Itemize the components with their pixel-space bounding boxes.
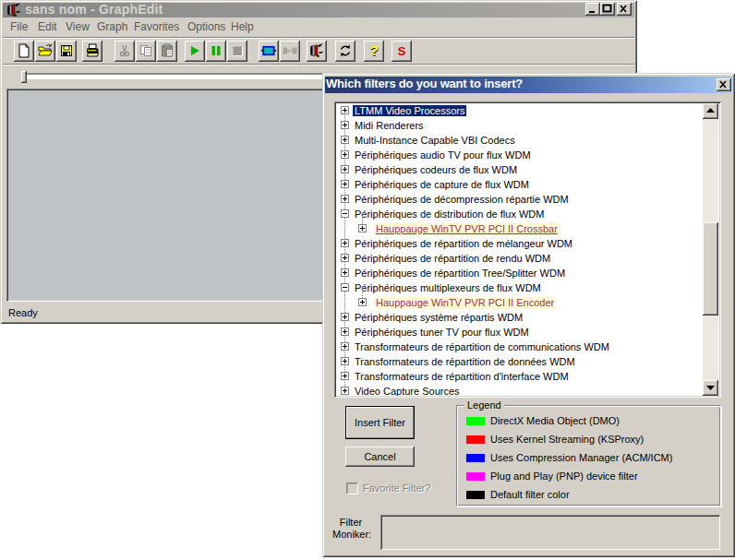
svg-text:?: ? (369, 43, 378, 58)
svg-text:S: S (398, 44, 406, 58)
